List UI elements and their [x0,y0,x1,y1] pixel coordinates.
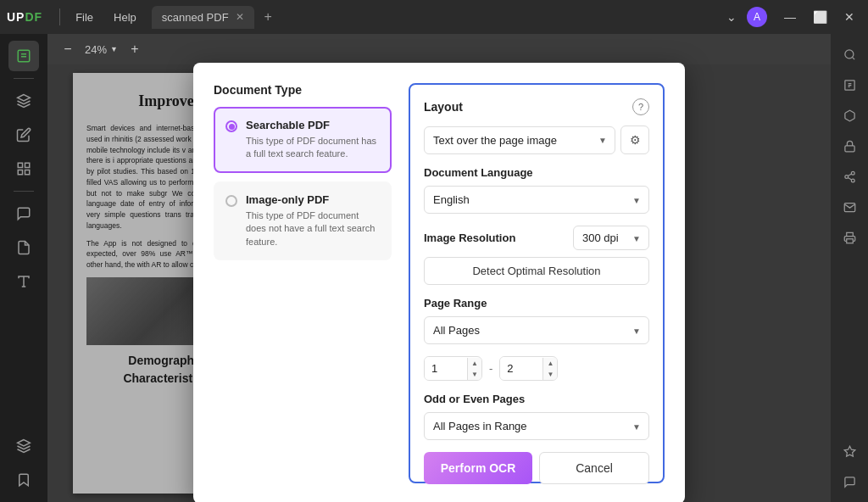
language-select-wrapper: EnglishFrenchGermanSpanishChinese ▼ [424,186,649,214]
searchable-pdf-desc: This type of PDF document has a full tex… [246,135,380,161]
sidebar-icon-stamp[interactable] [8,86,39,116]
minimize-icon[interactable]: — [777,7,803,27]
right-icon-printer[interactable] [836,224,863,251]
sidebar-right [831,34,868,502]
right-icon-star[interactable] [836,438,863,465]
resolution-select[interactable]: 72 dpi150 dpi300 dpi600 dpi [573,226,649,250]
modal-footer: Perform OCR Cancel [424,452,649,484]
sidebar-left [0,34,47,502]
tab-close-icon[interactable]: ✕ [236,11,244,23]
right-icon-chat[interactable] [836,468,863,495]
page-range-select-wrapper: All PagesCustom Range ▼ [424,316,649,344]
svg-point-16 [851,179,854,182]
tab-area: scanned PDF ✕ + [152,6,720,29]
svg-line-11 [852,57,854,59]
svg-line-18 [848,174,851,176]
page-from-input[interactable] [425,357,467,380]
image-only-pdf-label: Image-only PDF [246,193,380,206]
tab-scanned-pdf[interactable]: scanned PDF ✕ [152,6,254,29]
page-from-arrows: ▲ ▼ [467,358,481,380]
resolution-label: Image Resolution [424,231,515,244]
svg-marker-20 [844,446,855,456]
page-to-input[interactable] [500,357,542,380]
svg-rect-5 [18,170,22,175]
menu-help[interactable]: Help [105,8,145,27]
right-icon-scan[interactable] [836,102,863,129]
sidebar-icon-edit[interactable] [8,120,39,150]
zoom-out-icon[interactable]: − [58,39,78,59]
language-select[interactable]: EnglishFrenchGermanSpanishChinese [424,186,649,214]
radio-searchable [225,120,237,132]
page-range-separator: - [489,362,492,375]
layout-gear-button[interactable]: ⚙ [620,126,649,154]
help-icon[interactable]: ? [632,98,649,115]
page-from-up-arrow[interactable]: ▲ [468,358,481,369]
right-icon-ocr[interactable] [836,71,863,98]
doc-type-image-only[interactable]: Image-only PDF This type of PDF document… [214,181,392,260]
window-controls: ⌄ A — ⬜ ✕ [720,7,861,27]
page-to-up-arrow[interactable]: ▲ [543,358,557,369]
page-to-input-wrap: ▲ ▼ [499,356,558,381]
page-range-inputs: ▲ ▼ - ▲ ▼ [424,356,649,381]
right-icon-search[interactable] [836,41,863,68]
add-tab-icon[interactable]: + [259,8,277,26]
sidebar-icon-comment[interactable] [8,198,39,229]
sidebar-icon-pages[interactable] [8,232,39,263]
sidebar-sep-2 [14,191,34,192]
sidebar-icon-layers[interactable] [8,431,39,461]
right-icon-mail[interactable] [836,193,863,220]
zoom-bar: − 24% ▼ + [47,34,831,64]
odd-even-select[interactable]: All Pages in RangeOdd Pages OnlyEven Pag… [424,412,649,440]
zoom-value[interactable]: 24% ▼ [85,43,118,56]
main-container: − 24% ▼ + Improve Smart devices and inte… [0,34,868,502]
page-from-down-arrow[interactable]: ▼ [468,369,481,380]
app-logo: UPDF [7,10,42,24]
modal-right-panel: Layout ? Text over the page imageText un… [409,83,665,483]
close-icon[interactable]: ✕ [837,7,861,27]
odd-even-select-wrapper: All Pages in RangeOdd Pages OnlyEven Pag… [424,412,649,440]
zoom-in-icon[interactable]: + [125,39,145,59]
svg-marker-9 [18,440,31,447]
sidebar-icon-bookmark[interactable] [8,465,39,495]
page-from-input-wrap: ▲ ▼ [424,356,482,381]
doc-type-image-only-text: Image-only PDF This type of PDF document… [246,193,380,248]
maximize-icon[interactable]: ⬜ [806,7,834,27]
menu-file[interactable]: File [67,8,102,27]
svg-rect-4 [25,163,30,167]
page-range-select[interactable]: All PagesCustom Range [424,316,649,344]
page-to-arrows: ▲ ▼ [542,358,557,380]
searchable-pdf-label: Searchable PDF [246,119,380,131]
odd-even-label: Odd or Even Pages [424,393,649,405]
sidebar-icon-document[interactable] [8,41,39,71]
radio-image-only [225,195,237,207]
avatar[interactable]: A [747,7,767,27]
modal-overlay: Document Type Searchable PDF This type o… [47,64,831,502]
svg-rect-13 [844,145,854,151]
layout-select[interactable]: Text over the page imageText under the p… [424,126,615,154]
panel-title: Layout [424,100,463,114]
page-to-down-arrow[interactable]: ▼ [543,369,557,380]
content-area: − 24% ▼ + Improve Smart devices and inte… [47,34,831,502]
layout-row: Text over the page imageText under the p… [424,126,649,154]
title-divider [59,8,60,25]
right-icon-share[interactable] [836,163,863,190]
menu-bar: File Help [67,8,145,27]
zoom-dropdown-icon: ▼ [110,45,118,53]
svg-point-15 [844,175,848,178]
layout-select-wrapper: Text over the page imageText under the p… [424,126,615,154]
collapse-icon[interactable]: ⌄ [720,7,743,27]
ocr-modal: Document Type Searchable PDF This type o… [193,63,685,502]
page-range-label: Page Range [424,297,649,310]
svg-rect-19 [846,238,853,243]
sidebar-icon-grid[interactable] [8,153,39,184]
tab-label: scanned PDF [162,11,229,24]
perform-ocr-button[interactable]: Perform OCR [424,452,532,484]
panel-header: Layout ? [424,98,649,115]
right-icon-lock[interactable] [836,132,863,159]
cancel-button[interactable]: Cancel [539,452,649,484]
sidebar-icon-ocr[interactable] [8,266,39,297]
doc-type-searchable[interactable]: Searchable PDF This type of PDF document… [214,107,392,173]
detect-resolution-button[interactable]: Detect Optimal Resolution [424,257,649,285]
svg-rect-6 [25,170,30,175]
svg-line-17 [848,177,851,179]
